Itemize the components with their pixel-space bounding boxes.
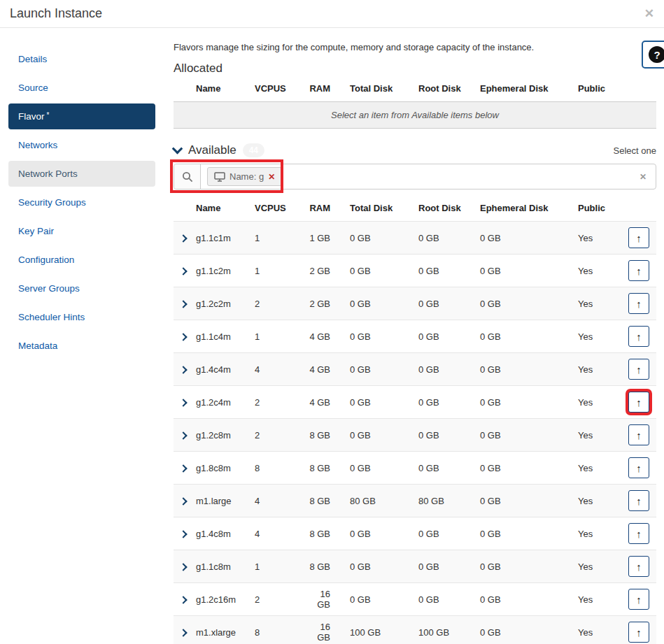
flavor-total-disk: 0 GB: [350, 430, 418, 441]
allocate-flavor-button[interactable]: ↑: [628, 326, 649, 347]
sidebar-item[interactable]: Flavor *: [8, 103, 155, 129]
sidebar-item[interactable]: Scheduler Hints: [8, 304, 155, 330]
wizard-step-sidebar: Details Source Flavor * Networks Network…: [0, 28, 164, 362]
chevron-right-icon[interactable]: [179, 300, 187, 308]
sidebar-item[interactable]: Key Pair: [8, 218, 155, 244]
chevron-down-icon[interactable]: [172, 143, 183, 154]
allocate-flavor-button[interactable]: ↑: [628, 556, 649, 577]
flavor-row: g1.1c1m 1 1 GB 0 GB 0 GB 0 GB Yes ↑: [174, 222, 656, 255]
chevron-right-icon[interactable]: [179, 563, 187, 571]
allocate-flavor-button[interactable]: ↑: [628, 589, 649, 610]
allocate-flavor-button[interactable]: ↑: [628, 293, 649, 314]
flavor-name: g1.1c1m: [196, 233, 255, 243]
sidebar-item-label: Security Groups: [18, 197, 86, 208]
allocate-flavor-button[interactable]: ↑: [628, 490, 649, 511]
up-arrow-icon: ↑: [636, 528, 642, 540]
flavor-ephemeral-disk: 0 GB: [480, 627, 578, 638]
sidebar-item-label: Key Pair: [18, 226, 54, 236]
flavor-vcpus: 2: [255, 594, 309, 605]
flavor-total-disk: 0 GB: [350, 266, 418, 276]
chevron-right-icon[interactable]: [179, 234, 187, 242]
flavor-ram: 16 GB: [309, 622, 350, 643]
chevron-right-icon[interactable]: [179, 366, 187, 373]
col-name: Name: [196, 203, 255, 213]
flavor-search-input[interactable]: Name: g ✕ ✕: [174, 164, 656, 189]
chevron-right-icon[interactable]: [179, 333, 187, 341]
flavor-public: Yes: [578, 397, 633, 408]
up-arrow-icon: ↑: [636, 561, 642, 573]
chevron-right-icon[interactable]: [179, 431, 187, 439]
chevron-right-icon[interactable]: [179, 497, 187, 505]
flavor-row: g1.1c2m 1 2 GB 0 GB 0 GB 0 GB Yes ↑: [174, 255, 656, 287]
flavor-ephemeral-disk: 0 GB: [480, 561, 578, 572]
allocate-flavor-button[interactable]: ↑: [628, 424, 649, 445]
flavor-ephemeral-disk: 0 GB: [480, 299, 578, 309]
allocate-flavor-button[interactable]: ↑: [628, 622, 649, 643]
flavor-public: Yes: [578, 561, 633, 572]
flavor-ephemeral-disk: 0 GB: [480, 463, 578, 473]
chevron-right-icon[interactable]: [179, 267, 187, 275]
flavor-ephemeral-disk: 0 GB: [480, 233, 578, 243]
sidebar-item-label: Source: [18, 83, 48, 93]
sidebar-item[interactable]: Details: [8, 46, 155, 72]
flavor-public: Yes: [578, 627, 633, 638]
chevron-right-icon[interactable]: [179, 629, 187, 636]
allocate-flavor-button[interactable]: ↑: [628, 260, 649, 281]
allocate-flavor-button[interactable]: ↑: [628, 227, 649, 248]
flavor-total-disk: 0 GB: [350, 529, 418, 539]
flavor-ram: 8 GB: [309, 496, 350, 506]
col-name: Name: [196, 83, 255, 94]
sidebar-item-label: Scheduler Hints: [18, 312, 85, 322]
sidebar-item[interactable]: Server Groups: [8, 276, 155, 301]
sidebar-item[interactable]: Security Groups: [8, 189, 155, 215]
flavor-vcpus: 1: [255, 561, 309, 572]
flavor-ephemeral-disk: 0 GB: [480, 594, 578, 605]
allocate-flavor-button[interactable]: ↑: [628, 359, 649, 380]
flavor-public: Yes: [578, 529, 633, 539]
flavor-name: g1.4c8m: [196, 529, 255, 539]
flavor-vcpus: 8: [255, 463, 309, 473]
allocate-flavor-button[interactable]: ↑: [628, 523, 649, 544]
allocate-flavor-button[interactable]: ↑: [628, 392, 649, 413]
flavor-total-disk: 0 GB: [350, 364, 418, 375]
sidebar-item[interactable]: Network Ports: [8, 161, 155, 187]
available-count-badge: 44: [243, 143, 264, 157]
close-icon[interactable]: ✕: [644, 8, 654, 20]
up-arrow-icon: ↑: [636, 364, 642, 375]
sidebar-item-label: Network Ports: [18, 169, 78, 179]
step-description: Flavors manage the sizing for the comput…: [174, 42, 656, 52]
chevron-right-icon[interactable]: [179, 530, 187, 538]
help-button[interactable]: ?: [642, 41, 664, 69]
flavor-ephemeral-disk: 0 GB: [480, 529, 578, 539]
col-public: Public: [578, 203, 633, 213]
flavor-public: Yes: [578, 364, 633, 375]
sidebar-item[interactable]: Metadata: [8, 333, 155, 359]
flavor-root-disk: 0 GB: [418, 529, 480, 539]
facet-remove-icon[interactable]: ✕: [268, 172, 275, 182]
allocate-flavor-button[interactable]: ↑: [628, 457, 649, 478]
flavor-name: g1.2c16m: [196, 594, 255, 605]
up-arrow-icon: ↑: [636, 594, 642, 606]
search-icon[interactable]: [174, 164, 201, 189]
sidebar-item-label: Flavor: [18, 111, 45, 122]
sidebar-item[interactable]: Networks: [8, 132, 155, 158]
flavor-total-disk: 0 GB: [350, 561, 418, 572]
chevron-right-icon[interactable]: [179, 464, 187, 472]
select-one-hint: Select one: [614, 145, 656, 156]
flavor-vcpus: 4: [255, 364, 309, 375]
sidebar-item[interactable]: Source: [8, 75, 155, 101]
chevron-right-icon[interactable]: [179, 399, 187, 406]
allocated-table-header: Name VCPUS RAM Total Disk Root Disk Ephe…: [174, 76, 656, 101]
flavor-root-disk: 0 GB: [418, 397, 480, 408]
chevron-right-icon[interactable]: [179, 596, 187, 603]
search-facet-chip[interactable]: Name: g ✕: [207, 167, 282, 186]
flavor-row: m1.xlarge 8 16 GB 100 GB 100 GB 0 GB Yes…: [174, 616, 656, 644]
flavor-vcpus: 1: [255, 331, 309, 342]
flavor-row: g1.2c16m 2 16 GB 0 GB 0 GB 0 GB Yes ↑: [174, 583, 656, 616]
flavor-name: g1.2c8m: [196, 430, 255, 441]
sidebar-item[interactable]: Configuration: [8, 247, 155, 273]
col-root-disk: Root Disk: [418, 203, 480, 213]
search-clear-icon[interactable]: ✕: [640, 172, 656, 182]
up-arrow-icon: ↑: [636, 265, 642, 277]
flavor-root-disk: 0 GB: [418, 331, 480, 342]
